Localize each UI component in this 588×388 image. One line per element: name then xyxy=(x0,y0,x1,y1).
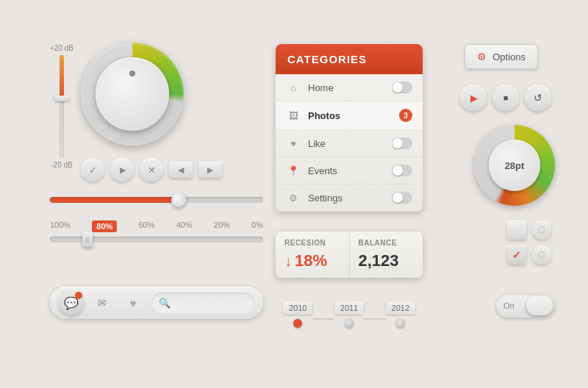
recession-title: RECESION xyxy=(284,239,340,247)
year-timeline: 2010 2011 2012 xyxy=(276,301,423,328)
category-item-settings[interactable]: ⚙ Settings xyxy=(276,184,423,212)
categories-header: CATEGORIES xyxy=(276,44,423,74)
category-label-events: Events xyxy=(308,165,392,176)
radio-button-selected[interactable] xyxy=(532,245,551,265)
category-item-photos[interactable]: 🖼 Photos 3 xyxy=(276,101,423,130)
range-label-40: 40% xyxy=(176,220,193,232)
like-toggle[interactable] xyxy=(392,137,412,149)
close-button[interactable]: ✕ xyxy=(140,158,163,182)
media-controls: ▶ ■ ↺ xyxy=(460,85,551,111)
year-dot-2011 xyxy=(345,319,354,328)
year-box-2012: 2012 xyxy=(386,301,415,315)
range-thumb-grip xyxy=(85,237,90,242)
email-icon: ✉ xyxy=(98,297,107,309)
events-icon: 📍 xyxy=(286,165,301,176)
range-label-60: 60% xyxy=(138,220,154,232)
year-box-2011: 2011 xyxy=(334,301,364,315)
year-item-2010[interactable]: 2010 xyxy=(283,301,312,328)
down-arrow-icon: ↓ xyxy=(284,253,292,270)
year-dot-2012 xyxy=(396,319,405,328)
like-icon: ♥ xyxy=(286,138,301,149)
check-radio-area: ✓ xyxy=(507,220,551,265)
home-toggle-knob xyxy=(392,82,403,93)
range-label-20: 20% xyxy=(214,220,230,232)
range-track[interactable] xyxy=(50,237,263,242)
radio-inner-2 xyxy=(538,251,545,259)
vertical-slider-track[interactable] xyxy=(60,55,64,158)
stop-icon: ■ xyxy=(503,93,509,102)
checkbox-unchecked[interactable] xyxy=(507,220,526,240)
range-thumb[interactable] xyxy=(82,232,93,247)
vertical-slider-thumb[interactable] xyxy=(54,96,69,101)
gauge-outer-ring: 28pt xyxy=(474,125,555,206)
balance-stat: BALANCE 2,123 xyxy=(350,231,423,278)
heart-icon: ♥ xyxy=(130,297,137,309)
balance-value: 2,123 xyxy=(359,251,415,270)
play-button[interactable]: ▶ xyxy=(460,85,487,111)
like-toggle-knob xyxy=(392,138,403,148)
settings-toggle[interactable] xyxy=(392,192,412,204)
vertical-slider-section: +20 dB -20 dB xyxy=(50,44,74,169)
range-label-0: 0% xyxy=(251,220,263,232)
knob-outer-ring[interactable] xyxy=(81,43,184,146)
knob-indicator-dot xyxy=(129,71,135,76)
range-label-100: 100% xyxy=(50,220,71,232)
category-item-events[interactable]: 📍 Events xyxy=(276,157,423,184)
check-button[interactable]: ✓ xyxy=(81,158,104,182)
icon-toolbar: 💬 ✉ ♥ 🔍 xyxy=(50,287,263,319)
year-item-2012[interactable]: 2012 xyxy=(386,301,415,328)
category-item-home[interactable]: ⌂ Home xyxy=(276,74,423,101)
gauge-inner: 28pt xyxy=(489,140,540,191)
prev-button[interactable]: ◀ xyxy=(169,162,193,178)
search-icon: 🔍 xyxy=(159,298,171,309)
close-icon: ✕ xyxy=(148,165,156,176)
volume-knob-section xyxy=(81,43,184,146)
categories-panel: CATEGORIES ⌂ Home 🖼 Photos 3 ♥ Like 📍 Ev… xyxy=(276,44,423,212)
chevron-left-icon: ◀ xyxy=(178,165,184,175)
chevron-right-icon: ▶ xyxy=(207,165,213,175)
toggle-knob xyxy=(526,296,553,315)
home-toggle[interactable] xyxy=(392,82,412,93)
gauge-value: 28pt xyxy=(505,160,525,171)
events-toggle[interactable] xyxy=(392,165,412,176)
refresh-button[interactable]: ↺ xyxy=(525,85,551,111)
like-button[interactable]: ♥ xyxy=(121,290,146,315)
controls-row: ✓ ▶ ✕ ◀ ▶ xyxy=(81,158,222,182)
recession-value: ↓ 18% xyxy=(284,251,340,270)
category-label-like: Like xyxy=(308,138,392,149)
horizontal-slider-thumb[interactable] xyxy=(171,193,186,207)
settings-toggle-knob xyxy=(392,193,403,203)
notification-badge xyxy=(75,292,82,299)
next-button[interactable]: ▶ xyxy=(198,162,222,178)
db-bottom-label: -20 dB xyxy=(51,161,72,169)
options-label: Options xyxy=(492,51,526,62)
stop-button[interactable]: ■ xyxy=(492,85,519,111)
category-item-like[interactable]: ♥ Like xyxy=(276,130,423,157)
year-line-2 xyxy=(364,318,385,320)
stats-panel: RECESION ↓ 18% BALANCE 2,123 xyxy=(276,231,423,278)
circular-gauge: 28pt xyxy=(474,125,555,206)
horizontal-slider-track[interactable] xyxy=(50,197,263,203)
comment-button[interactable]: 💬 xyxy=(59,290,84,315)
play-small-icon: ▶ xyxy=(120,165,126,175)
toggle-switch[interactable]: On Off xyxy=(496,294,555,317)
range-label-80: 80% xyxy=(92,220,117,232)
toggle-on-label: On xyxy=(503,301,514,310)
category-label-photos: Photos xyxy=(308,110,399,121)
recession-number: 18% xyxy=(295,251,327,270)
radio-button-unselected[interactable] xyxy=(532,220,551,240)
email-button[interactable]: ✉ xyxy=(90,290,115,315)
category-label-home: Home xyxy=(308,82,392,93)
play-small-button[interactable]: ▶ xyxy=(110,158,134,182)
range-labels: 100% 80% 60% 40% 20% 0% xyxy=(50,220,263,232)
checkbox-checked[interactable]: ✓ xyxy=(507,245,526,265)
search-bar[interactable]: 🔍 xyxy=(151,292,254,313)
categories-title: CATEGORIES xyxy=(287,53,367,65)
events-toggle-knob xyxy=(392,165,403,176)
category-label-settings: Settings xyxy=(308,193,392,204)
year-item-2011[interactable]: 2011 xyxy=(334,301,364,328)
settings-icon: ⚙ xyxy=(286,193,301,204)
home-icon: ⌂ xyxy=(286,82,301,93)
year-line-1 xyxy=(312,318,334,320)
options-button[interactable]: ⚙ Options xyxy=(465,44,538,69)
